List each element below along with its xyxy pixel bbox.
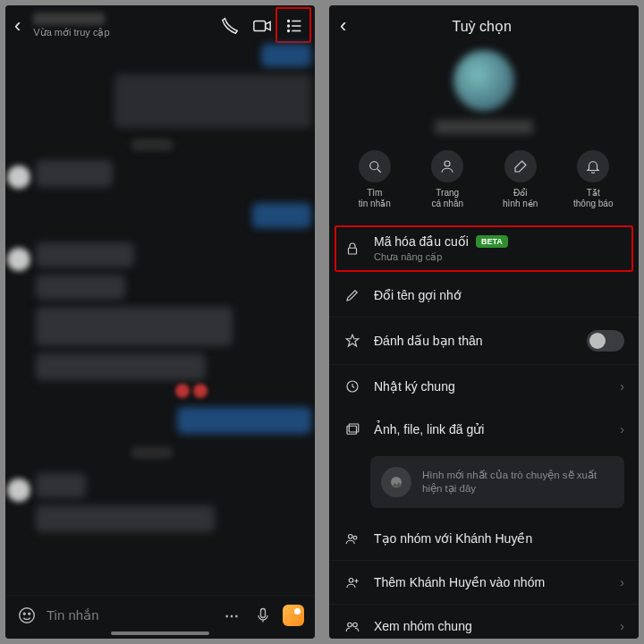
photo-icon <box>381 467 411 497</box>
more-icon[interactable]: ⋯ <box>222 605 243 626</box>
star-icon <box>343 332 361 350</box>
svg-rect-17 <box>349 424 359 432</box>
msg-in[interactable] <box>36 275 125 300</box>
row-shared-diary[interactable]: Nhật ký chung › <box>329 364 639 408</box>
chat-title-block: Vừa mới truy cập <box>33 13 208 38</box>
row-label: Tạo nhóm với Khánh Huyền <box>374 531 624 546</box>
chevron-right-icon: › <box>620 575 624 589</box>
profile-name-blurred <box>435 120 533 134</box>
row-e2e-encryption[interactable]: Mã hóa đầu cuốiBETA Chưa nâng cấp <box>329 224 639 274</box>
svg-point-11 <box>370 162 378 170</box>
svg-point-22 <box>348 623 352 627</box>
quick-label: Tắt thông báo <box>573 188 614 209</box>
msg-in[interactable] <box>36 242 134 267</box>
last-seen: Vừa mới truy cập <box>33 27 208 38</box>
voice-call-icon[interactable] <box>220 16 240 36</box>
row-label: Đánh dấu bạn thân <box>374 334 574 348</box>
chat-header: ‹ Vừa mới truy cập <box>5 5 315 44</box>
reactions[interactable] <box>175 384 208 398</box>
svg-point-7 <box>20 608 35 623</box>
video-call-icon[interactable] <box>252 16 272 36</box>
hint-text: Hình mới nhất của trò chuyện sẽ xuất hiệ… <box>422 469 614 496</box>
quick-mute[interactable]: Tắt thông báo <box>562 150 624 209</box>
person-plus-icon <box>343 573 361 591</box>
image-stack-icon <box>343 420 361 438</box>
quick-label: Đổi hình nền <box>503 188 538 209</box>
brush-icon <box>504 150 537 182</box>
msg-in[interactable] <box>36 160 113 187</box>
search-icon <box>359 150 391 182</box>
avatar[interactable] <box>7 248 30 271</box>
row-label: Nhật ký chung <box>374 379 607 394</box>
svg-rect-16 <box>347 426 357 434</box>
msg-out[interactable] <box>261 44 311 67</box>
msg-out[interactable] <box>252 203 311 228</box>
row-best-friend[interactable]: Đánh dấu bạn thân <box>329 317 639 364</box>
beta-badge: BETA <box>476 235 508 248</box>
home-indicator <box>111 631 209 635</box>
svg-rect-0 <box>254 21 266 30</box>
profile-block <box>329 47 639 143</box>
msg-in[interactable] <box>36 353 206 380</box>
row-add-to-group[interactable]: Thêm Khánh Huyền vào nhóm › <box>329 560 639 604</box>
msg-in[interactable] <box>36 505 215 532</box>
svg-point-23 <box>353 623 358 627</box>
clock-icon <box>343 377 361 395</box>
row-label: Thêm Khánh Huyền vào nhóm <box>374 575 607 589</box>
svg-point-20 <box>353 536 357 539</box>
quick-label: Tìm tin nhắn <box>359 188 391 209</box>
toggle-best-friend[interactable] <box>587 330 624 352</box>
row-label: Mã hóa đầu cuốiBETA <box>374 234 624 249</box>
svg-line-12 <box>377 169 381 173</box>
msg-in[interactable] <box>36 473 86 498</box>
quick-wallpaper[interactable]: Đổi hình nền <box>489 150 552 209</box>
options-screen: ‹ Tuỳ chọn Tìm tin nhắn Trang cá nhân Đổ… <box>329 5 639 639</box>
msg-out[interactable] <box>177 407 311 434</box>
options-header: ‹ Tuỳ chọn <box>329 5 639 47</box>
media-empty-hint: Hình mới nhất của trò chuyện sẽ xuất hiệ… <box>370 456 624 508</box>
row-label: Xem nhóm chung <box>374 619 607 633</box>
msg-in[interactable] <box>36 307 233 346</box>
chevron-right-icon: › <box>620 379 624 394</box>
date-divider <box>131 139 174 151</box>
svg-point-21 <box>349 579 353 583</box>
row-rename[interactable]: Đổi tên gợi nhớ <box>329 274 639 317</box>
row-media[interactable]: Ảnh, file, link đã gửi › <box>329 408 639 451</box>
profile-avatar[interactable] <box>453 50 514 111</box>
svg-point-9 <box>29 613 30 614</box>
mic-icon[interactable] <box>252 605 274 626</box>
message-input[interactable]: Tin nhắn <box>47 607 213 623</box>
date-divider <box>131 446 174 459</box>
svg-rect-10 <box>261 609 266 618</box>
svg-rect-14 <box>349 248 357 254</box>
chevron-right-icon: › <box>620 422 624 436</box>
gallery-icon[interactable] <box>283 605 304 626</box>
group-add-icon <box>343 530 361 547</box>
pencil-icon <box>343 286 361 304</box>
row-label: Ảnh, file, link đã gửi <box>374 422 607 436</box>
avatar[interactable] <box>7 479 30 502</box>
quick-search[interactable]: Tìm tin nhắn <box>343 150 406 209</box>
svg-point-8 <box>23 613 25 614</box>
svg-point-13 <box>445 161 450 166</box>
chat-body[interactable] <box>5 44 315 595</box>
options-title: Tuỳ chọn <box>335 18 628 35</box>
quick-profile[interactable]: Trang cá nhân <box>416 150 479 209</box>
groups-icon <box>343 617 361 635</box>
row-sublabel: Chưa nâng cấp <box>374 251 624 263</box>
back-icon[interactable]: ‹ <box>14 14 21 38</box>
row-create-group[interactable]: Tạo nhóm với Khánh Huyền <box>329 517 639 560</box>
person-icon <box>431 150 463 182</box>
row-label: Đổi tên gợi nhớ <box>374 288 624 302</box>
quick-actions: Tìm tin nhắn Trang cá nhân Đổi hình nền … <box>329 143 639 224</box>
svg-point-19 <box>349 535 353 539</box>
menu-highlight <box>275 7 311 43</box>
lock-icon <box>343 240 361 258</box>
emoji-icon[interactable] <box>16 605 38 626</box>
chat-screen: ‹ Vừa mới truy cập <box>5 5 315 639</box>
row-view-groups[interactable]: Xem nhóm chung › <box>329 604 639 639</box>
avatar[interactable] <box>7 165 30 189</box>
chevron-right-icon: › <box>620 619 624 633</box>
bell-icon <box>577 150 609 182</box>
msg-out[interactable] <box>114 74 311 128</box>
